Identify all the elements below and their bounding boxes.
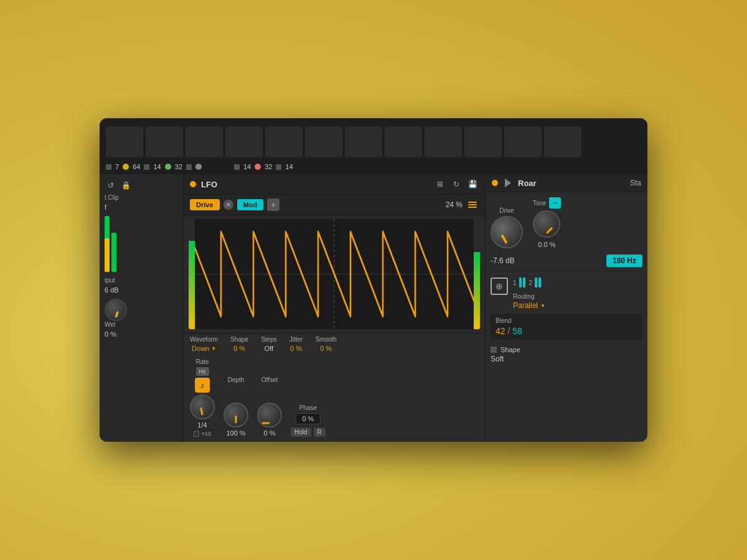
pause-bar-4 bbox=[538, 278, 541, 287]
offset-value: 0 % bbox=[264, 429, 276, 437]
tone-value: 0.0 % bbox=[538, 241, 555, 248]
waveform-dropdown-icon: ▼ bbox=[211, 346, 216, 352]
hz-value-btn[interactable]: 180 Hz bbox=[606, 254, 642, 267]
roar-title: Roar bbox=[518, 179, 625, 188]
r-btn[interactable]: R bbox=[314, 427, 326, 437]
lfo-header-icons: ⊞ ↻ 💾 bbox=[434, 178, 479, 190]
mod-bar: Drive ✕ Mod + 24 % bbox=[184, 195, 485, 215]
output-label: tput bbox=[105, 277, 178, 284]
ch-num-1: 7 bbox=[115, 163, 119, 170]
blend-values: 42 / 58 bbox=[496, 326, 637, 336]
jitter-ctrl: Jitter 0 % bbox=[289, 336, 303, 352]
level-bar-right bbox=[111, 233, 116, 272]
music-note-btn[interactable]: ♪ bbox=[195, 378, 210, 393]
clip-value: f bbox=[105, 203, 178, 211]
rate-knob-indicator bbox=[200, 408, 203, 415]
shape-header: Shape bbox=[491, 346, 642, 353]
smooth-label: Smooth bbox=[315, 336, 336, 343]
add-mod-btn[interactable]: + bbox=[267, 198, 280, 211]
hz-badge: Hz bbox=[196, 367, 209, 376]
refresh-icon[interactable]: ↻ bbox=[450, 178, 463, 190]
waveform-display[interactable] bbox=[189, 219, 480, 329]
ch-dot-yellow bbox=[123, 164, 129, 170]
rate-knob[interactable] bbox=[190, 394, 215, 419]
waveform-value: Down bbox=[192, 345, 209, 352]
shape-row: Shape Soft bbox=[491, 346, 642, 363]
tone-wave-icon: ~ bbox=[549, 197, 561, 208]
seq-cell bbox=[305, 126, 342, 157]
routing-row: ⊕ 1 2 bbox=[491, 278, 642, 310]
tone-knob-group: Tone ~ 0.0 % bbox=[533, 197, 561, 248]
knob-indicator bbox=[115, 311, 119, 317]
top-bar: 7 64 14 32 14 32 14 bbox=[100, 118, 647, 174]
main-content: ↺ 🔒 t Clip f tput 6 dB Wet 0 % LFO bbox=[100, 174, 647, 442]
depth-knob[interactable] bbox=[223, 403, 248, 427]
rate-label: Rate bbox=[195, 358, 209, 365]
depth-value: 100 % bbox=[226, 429, 245, 437]
ch-square bbox=[106, 164, 111, 170]
sequencer-cells bbox=[100, 118, 647, 161]
vu-meter-left bbox=[189, 219, 195, 329]
jitter-label: Jitter bbox=[289, 336, 303, 343]
routing-dropdown-icon: ▼ bbox=[540, 303, 545, 309]
blend-section: Blend 42 / 58 bbox=[491, 314, 642, 340]
ch-num-4: 14 bbox=[285, 163, 293, 170]
steps-value: Off bbox=[265, 345, 273, 352]
play-btn[interactable] bbox=[503, 178, 513, 188]
roar-dot bbox=[492, 180, 498, 186]
waveform-value-row[interactable]: Down ▼ bbox=[192, 345, 216, 352]
offset-knob-indicator bbox=[262, 422, 270, 424]
waveform-controls: Waveform Down ▼ Shape 0 % Steps Off Jitt… bbox=[184, 333, 485, 356]
lock-icon[interactable]: 🔒 bbox=[120, 179, 132, 192]
input-label: t Clip bbox=[105, 194, 178, 201]
routing-dropdown[interactable]: Parallel ▼ bbox=[513, 301, 642, 310]
seq-cell bbox=[265, 126, 303, 157]
left-icon-btn[interactable]: ↺ bbox=[105, 179, 117, 192]
channel-row: 7 64 14 32 14 32 14 bbox=[100, 161, 647, 174]
save-icon[interactable]: 💾 bbox=[466, 178, 479, 190]
rate-row: Rate Hz ♪ 1/4 ×10 Depth bbox=[184, 356, 485, 442]
channel-1-num: 1 bbox=[513, 279, 517, 286]
routing-label: Routing bbox=[513, 293, 534, 300]
phase-value-box[interactable]: 0 % bbox=[296, 413, 321, 424]
list-line bbox=[468, 202, 477, 203]
wet-knob[interactable] bbox=[105, 299, 127, 321]
hold-btn[interactable]: Hold bbox=[291, 427, 311, 437]
offset-knob[interactable] bbox=[257, 403, 282, 427]
ch-square bbox=[234, 164, 240, 170]
blend-label: Blend bbox=[496, 317, 637, 324]
copy-icon[interactable]: ⊞ bbox=[434, 178, 446, 190]
ch-dot-gray1 bbox=[195, 164, 202, 170]
shape-value: 0 % bbox=[233, 345, 245, 352]
ch-square bbox=[276, 164, 281, 170]
shape-checkbox[interactable] bbox=[491, 347, 497, 353]
drive-target-btn[interactable]: Drive bbox=[190, 199, 220, 210]
rate-value: 1/4 bbox=[197, 421, 207, 429]
steps-label: Steps bbox=[261, 336, 277, 343]
x10-checkbox[interactable] bbox=[194, 431, 199, 437]
depth-label: Depth bbox=[228, 376, 245, 383]
seq-cell bbox=[225, 126, 263, 157]
wet-value: 0 % bbox=[105, 330, 178, 338]
seq-cell bbox=[146, 126, 183, 157]
vu-fill-right bbox=[474, 252, 480, 329]
offset-group: Offset 0 % bbox=[257, 376, 282, 437]
list-icon[interactable] bbox=[466, 198, 479, 211]
mod-value: 24 % bbox=[283, 200, 463, 209]
routing-icon: ⊕ bbox=[491, 278, 508, 295]
wet-label: Wet bbox=[105, 321, 178, 328]
rate-group: Rate Hz ♪ 1/4 ×10 bbox=[190, 358, 215, 437]
tone-knob-indicator bbox=[546, 227, 553, 234]
mod-btn[interactable]: Mod bbox=[237, 199, 264, 210]
seq-cell bbox=[504, 126, 542, 157]
lfo-title: LFO bbox=[201, 180, 429, 189]
tone-label: Tone bbox=[533, 200, 547, 207]
close-mod-btn[interactable]: ✕ bbox=[223, 200, 233, 210]
tone-knob[interactable] bbox=[533, 210, 560, 238]
plugin-window: 7 64 14 32 14 32 14 ↺ 🔒 t Clip f bbox=[100, 118, 647, 442]
channel-1-pause-icon bbox=[519, 278, 525, 287]
ch-val-1: 64 bbox=[133, 163, 140, 170]
drive-knob[interactable] bbox=[491, 216, 523, 248]
routing-controls: 1 2 bbox=[513, 278, 642, 310]
depth-knob-indicator bbox=[235, 416, 237, 423]
